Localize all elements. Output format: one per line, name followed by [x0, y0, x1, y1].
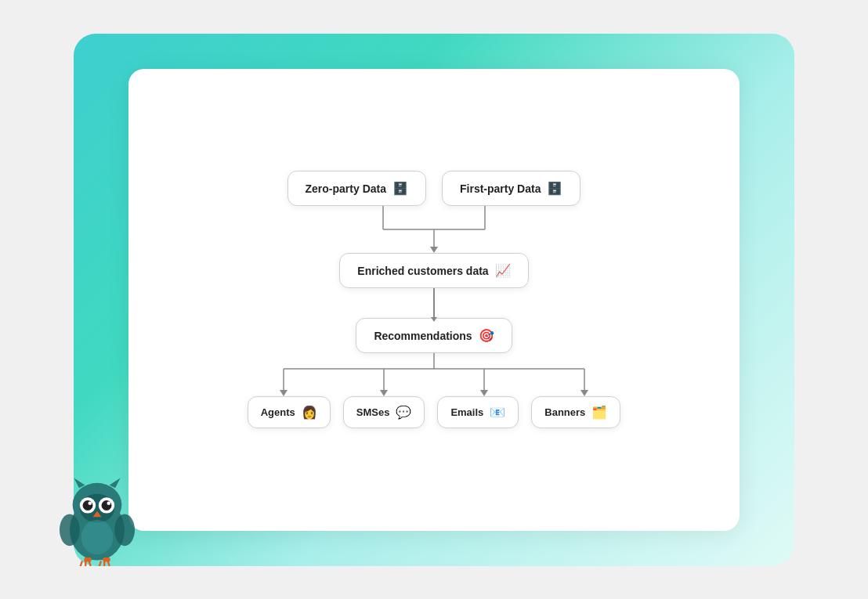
smses-label: SMSes [356, 406, 390, 418]
recommendations-label: Recommendations [374, 330, 472, 342]
merge-connector-svg [332, 206, 536, 253]
outer-container: Zero-party Data 🗄️ First-party Data 🗄️ [74, 34, 794, 566]
split-connector-svg [230, 353, 638, 396]
enriched-label: Enriched customers data [357, 265, 488, 277]
emails-icon: 📧 [490, 405, 505, 420]
svg-point-22 [83, 500, 93, 511]
first-party-node: First-party Data 🗄️ [442, 171, 580, 206]
split-connector [230, 353, 638, 396]
zero-party-icon: 🗄️ [392, 181, 408, 196]
svg-point-23 [102, 500, 112, 511]
recommendations-node: Recommendations 🎯 [356, 318, 512, 353]
merge-connector [332, 206, 536, 253]
svg-point-36 [60, 514, 80, 546]
svg-line-30 [81, 561, 82, 566]
zero-party-node: Zero-party Data 🗄️ [288, 171, 426, 206]
svg-line-32 [89, 561, 91, 566]
v-connector-1 [433, 288, 435, 318]
svg-point-37 [114, 514, 135, 546]
bottom-row: Agents 👩 SMSes 💬 Emails 📧 Banners 🗂️ [248, 396, 621, 428]
svg-marker-4 [430, 247, 438, 253]
svg-point-27 [81, 519, 114, 554]
zero-party-label: Zero-party Data [306, 182, 386, 195]
smses-icon: 💬 [396, 405, 411, 420]
enriched-node: Enriched customers data 📈 [339, 253, 528, 288]
owl-mascot [50, 472, 152, 574]
first-party-label: First-party Data [460, 182, 541, 195]
svg-marker-12 [480, 390, 488, 396]
svg-point-25 [107, 501, 110, 505]
recommendations-icon: 🎯 [479, 328, 494, 343]
inner-card: Zero-party Data 🗄️ First-party Data 🗄️ [128, 69, 740, 531]
svg-marker-18 [110, 478, 121, 488]
agents-node: Agents 👩 [248, 396, 331, 428]
owl-svg [50, 472, 144, 566]
enriched-icon: 📈 [495, 263, 511, 278]
emails-node: Emails 📧 [437, 396, 519, 428]
top-row: Zero-party Data 🗄️ First-party Data 🗄️ [288, 171, 581, 206]
svg-marker-10 [380, 390, 388, 396]
banners-node: Banners 🗂️ [531, 396, 620, 428]
banners-label: Banners [544, 406, 585, 418]
svg-line-35 [108, 561, 110, 566]
first-party-icon: 🗄️ [547, 181, 562, 196]
agents-label: Agents [261, 406, 295, 418]
diagram: Zero-party Data 🗄️ First-party Data 🗄️ [230, 171, 638, 428]
svg-point-24 [88, 501, 92, 505]
smses-node: SMSes 💬 [343, 396, 425, 428]
agents-icon: 👩 [302, 405, 317, 420]
banners-icon: 🗂️ [591, 405, 607, 420]
emails-label: Emails [450, 406, 483, 418]
svg-marker-17 [74, 478, 85, 488]
svg-marker-8 [280, 390, 288, 396]
svg-marker-14 [580, 390, 588, 396]
svg-line-33 [99, 561, 101, 566]
